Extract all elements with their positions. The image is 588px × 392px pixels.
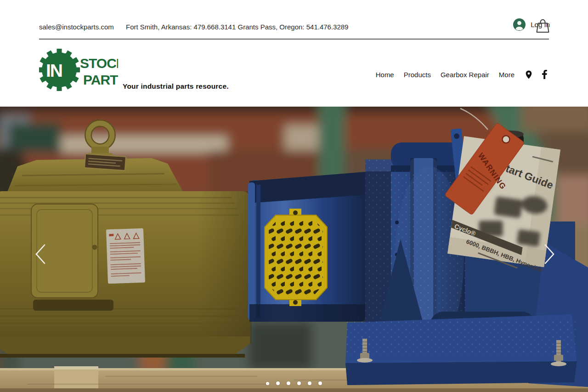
nav-item-home[interactable]: Home bbox=[376, 71, 394, 79]
carousel-dot-5[interactable] bbox=[308, 381, 311, 385]
photo-overlay bbox=[0, 107, 588, 392]
cart-bag-icon bbox=[536, 18, 550, 34]
logo-word-stock: STOCK bbox=[80, 56, 118, 71]
contact-phones: Fort Smith, Arkansas: 479.668.3141 Grant… bbox=[126, 23, 348, 31]
brand-tagline: Your industrial parts resource. bbox=[123, 82, 229, 91]
logo-word-parts: PARTS bbox=[83, 72, 118, 87]
cart-button[interactable] bbox=[536, 18, 550, 34]
main-nav: Home Products Gearbox Repair More bbox=[376, 70, 547, 79]
carousel-dot-4[interactable] bbox=[297, 381, 301, 385]
carousel-prev-button[interactable] bbox=[31, 241, 50, 267]
brand-logo[interactable]: IN STOCK PARTS bbox=[39, 49, 118, 91]
carousel-dots bbox=[266, 380, 322, 386]
nav-item-more[interactable]: More bbox=[499, 71, 514, 79]
carousel-dot-6[interactable] bbox=[318, 381, 322, 385]
chevron-left-icon bbox=[32, 241, 49, 267]
carousel-dot-1[interactable] bbox=[266, 382, 269, 385]
header-divider bbox=[39, 39, 549, 40]
hero-photo: Start Guide Cyclo® 6000, BBBH, HBB, Hypo… bbox=[0, 107, 588, 392]
logo-word-in: IN bbox=[46, 61, 62, 80]
nav-item-products[interactable]: Products bbox=[404, 71, 431, 79]
contact-email[interactable]: sales@instockparts.com bbox=[39, 23, 114, 31]
nav-item-gearbox-repair[interactable]: Gearbox Repair bbox=[441, 71, 489, 79]
carousel-dot-3[interactable] bbox=[287, 381, 290, 385]
gear-icon: IN bbox=[39, 49, 80, 91]
hero-carousel: Start Guide Cyclo® 6000, BBBH, HBB, Hypo… bbox=[0, 107, 588, 392]
location-pin-icon[interactable] bbox=[526, 70, 532, 79]
carousel-next-button[interactable] bbox=[540, 241, 559, 267]
chevron-right-icon bbox=[541, 241, 558, 267]
avatar-icon bbox=[513, 18, 526, 31]
carousel-dot-2[interactable] bbox=[276, 381, 280, 385]
facebook-icon[interactable] bbox=[542, 70, 547, 79]
